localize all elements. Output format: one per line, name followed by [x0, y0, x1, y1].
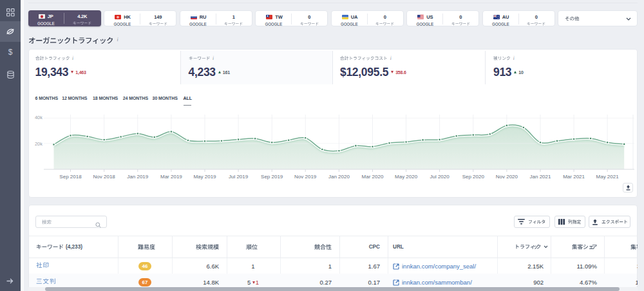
svg-text:Mar 2019: Mar 2019 [160, 174, 182, 180]
svg-text:Jan 2020: Jan 2020 [328, 174, 350, 180]
svg-text:May 2019: May 2019 [193, 174, 216, 180]
svg-text:Nov 2019: Nov 2019 [294, 174, 317, 180]
svg-text:Sep 2019: Sep 2019 [261, 174, 283, 180]
svg-text:Jan 2021: Jan 2021 [530, 174, 551, 180]
svg-text:Nov 2020: Nov 2020 [496, 174, 518, 180]
svg-text:Mar 2020: Mar 2020 [362, 174, 384, 180]
svg-text:Sep 2020: Sep 2020 [462, 174, 485, 180]
svg-text:20k: 20k [35, 141, 43, 147]
svg-text:Sep 2018: Sep 2018 [59, 174, 82, 180]
svg-text:Jan 2019: Jan 2019 [127, 174, 148, 180]
svg-text:Nov 2018: Nov 2018 [93, 174, 116, 180]
svg-text:May 2021: May 2021 [596, 174, 620, 180]
svg-text:May 2020: May 2020 [395, 174, 418, 180]
svg-text:Mar 2021: Mar 2021 [563, 174, 585, 180]
svg-text:Jul 2020: Jul 2020 [430, 174, 450, 180]
svg-text:40k: 40k [35, 115, 43, 120]
svg-text:Jul 2019: Jul 2019 [229, 174, 249, 180]
